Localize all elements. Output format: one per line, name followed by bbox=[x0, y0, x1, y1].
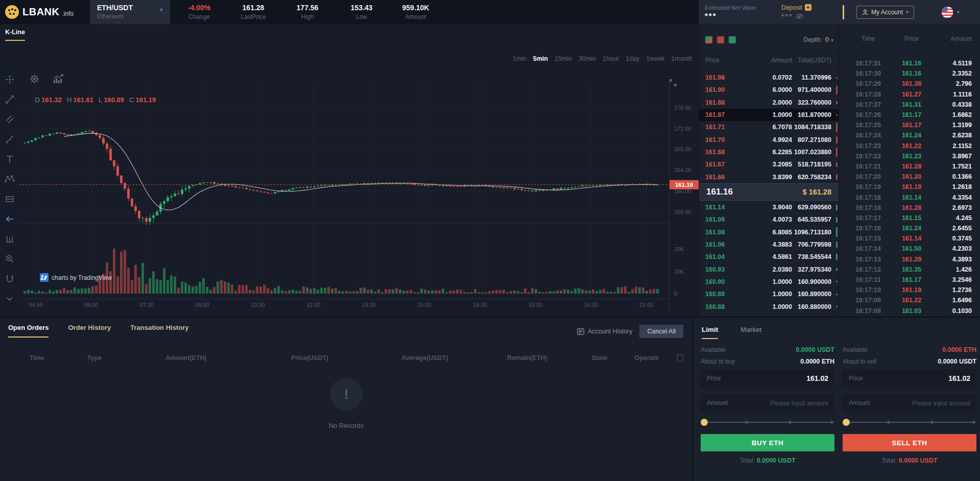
trade-history-list: 16:17:31161.164.511916:17:30161.162.3352… bbox=[846, 58, 972, 316]
orderbook-bid-row[interactable]: 161.086.80851096.713180 bbox=[699, 226, 839, 238]
current-price-row[interactable]: 161.16 $ 161.28 bbox=[699, 183, 839, 201]
brand-suffix: .info bbox=[62, 10, 74, 19]
tab-kline[interactable]: K-Line bbox=[5, 29, 25, 41]
sell-button[interactable]: SELL ETH bbox=[843, 434, 976, 451]
parallel-channel-icon[interactable] bbox=[4, 114, 15, 125]
orderbook-bid-row[interactable]: 160.891.0000160.890000 bbox=[699, 288, 839, 300]
orders-tab-open-orders[interactable]: Open Orders bbox=[8, 324, 49, 338]
orderbook-ask-row[interactable]: 161.871.0000161.870000 bbox=[699, 109, 839, 121]
crosshair-icon[interactable] bbox=[4, 74, 15, 85]
bar-pattern-icon[interactable] bbox=[4, 233, 15, 245]
settings-gear-icon[interactable] bbox=[29, 73, 40, 84]
order-type-tab-limit[interactable]: Limit bbox=[702, 326, 718, 339]
long-position-icon[interactable] bbox=[4, 194, 15, 205]
account-bar: Estimated Net Value: *** Deposit + *** M… bbox=[699, 0, 980, 24]
buy-available-value: 0.0000 USDT bbox=[796, 346, 834, 353]
buy-price-input[interactable] bbox=[728, 374, 828, 382]
chevron-down-icon: ▾ bbox=[957, 9, 960, 15]
interval-15min[interactable]: 15min bbox=[555, 55, 572, 62]
sell-amount-slider[interactable] bbox=[844, 419, 975, 426]
buy-amount-input[interactable] bbox=[728, 399, 828, 407]
slider-handle[interactable] bbox=[843, 419, 850, 426]
interval-1day[interactable]: 1day bbox=[626, 55, 639, 62]
magnet-icon[interactable] bbox=[4, 273, 15, 284]
header: LBANK .info ETH/USDT Ethereum ▼ -4.00%Ch… bbox=[0, 0, 699, 24]
order-type-tab-market[interactable]: Market bbox=[740, 326, 761, 339]
sell-amount-field[interactable]: Amount bbox=[843, 394, 976, 412]
orderbook-ask-row[interactable]: 161.686.22851007.023880 bbox=[699, 146, 839, 158]
orderbook-bid-row[interactable]: 161.044.5861738.545544 bbox=[699, 251, 839, 263]
buy-amount-label: Amount bbox=[707, 399, 728, 406]
sell-amount-input[interactable] bbox=[870, 399, 970, 407]
depth-dropdown[interactable]: Depth:0▾ bbox=[803, 36, 833, 43]
orderbook-bid-row[interactable]: 161.094.0073645.535957 bbox=[699, 213, 839, 226]
my-account-button[interactable]: My Account ▾ bbox=[856, 6, 914, 19]
header-stat: 959.10KAmount bbox=[396, 4, 436, 20]
account-history-link[interactable]: Account History bbox=[577, 328, 633, 335]
depth-view-both-icon[interactable] bbox=[705, 36, 712, 43]
orderbook-bid-row[interactable]: 161.064.3883706.779598 bbox=[699, 238, 839, 251]
orderbook-ask-row[interactable]: 161.716.70781084.718338 bbox=[699, 121, 839, 133]
no-records-text: No Records bbox=[0, 422, 692, 429]
buy-button[interactable]: BUY ETH bbox=[701, 434, 834, 451]
orderbook-bid-row[interactable]: 160.881.0000160.880000 bbox=[699, 300, 839, 312]
language-selector[interactable]: ▾ bbox=[941, 6, 960, 19]
deposit-plus-icon[interactable]: + bbox=[805, 4, 811, 11]
deposit-masked: *** bbox=[781, 12, 793, 20]
kline-chart[interactable]: 176.00172.00168.00164.00160.00156.0020K1… bbox=[19, 43, 699, 317]
slider-handle[interactable] bbox=[701, 419, 708, 426]
buy-amount-slider[interactable] bbox=[702, 419, 833, 426]
interval-30min[interactable]: 30min bbox=[579, 55, 596, 62]
ohlc-legend: O161.32H161.61L160.89C161.19 bbox=[30, 96, 156, 104]
buy-amount-field[interactable]: Amount bbox=[701, 394, 834, 412]
brand[interactable]: LBANK .info bbox=[0, 5, 90, 19]
svg-text:12:00: 12:00 bbox=[306, 302, 321, 308]
interval-1week[interactable]: 1week bbox=[646, 55, 664, 62]
depth-view-asks-icon[interactable] bbox=[717, 36, 724, 43]
cancel-all-button[interactable]: Cancel All bbox=[639, 325, 683, 338]
interval-1hour[interactable]: 1hour bbox=[603, 55, 619, 62]
orderbook-ask-row[interactable]: 161.882.0000323.760000 bbox=[699, 97, 839, 109]
orderbook-bid-row[interactable]: 160.901.0000160.900000 bbox=[699, 276, 839, 288]
trade-row: 16:17:15161.140.3745 bbox=[846, 233, 972, 244]
arrow-left-icon[interactable] bbox=[4, 213, 15, 225]
select-all-checkbox[interactable] bbox=[677, 354, 683, 362]
chart-panel: 1min5min15min30min1hour1day1week1month O… bbox=[0, 43, 699, 317]
orderbook-bid-row[interactable]: 161.143.9040629.090560 bbox=[699, 201, 839, 213]
orderbook-ask-row[interactable]: 161.980.070211.370996 bbox=[699, 71, 839, 84]
xabcd-pattern-icon[interactable] bbox=[4, 174, 15, 185]
orders-tab-order-history[interactable]: Order History bbox=[68, 324, 111, 338]
tradingview-attribution[interactable]: charts by TradingView bbox=[40, 273, 112, 282]
sell-amount-label: Amount bbox=[849, 399, 870, 406]
orderbook-ask-row[interactable]: 161.673.2085518.718195 bbox=[699, 158, 839, 171]
indicators-icon[interactable] bbox=[53, 73, 64, 84]
trading-app: LBANK .info ETH/USDT Ethereum ▼ -4.00%Ch… bbox=[0, 0, 980, 481]
orders-column-1: Time bbox=[9, 354, 65, 362]
buy-total-value: 0.0000 USDT bbox=[757, 457, 796, 464]
eye-off-icon[interactable] bbox=[796, 13, 803, 19]
sell-price-input[interactable] bbox=[870, 374, 970, 382]
orderbook-bid-row[interactable]: 160.932.0380327.975340 bbox=[699, 263, 839, 275]
buy-price-field[interactable]: Price bbox=[701, 370, 834, 387]
sell-price-field[interactable]: Price bbox=[843, 370, 976, 387]
orderbook-ask-row[interactable]: 161.906.0000971.400000 bbox=[699, 84, 839, 96]
interval-1min[interactable]: 1min bbox=[513, 55, 527, 62]
orders-column-6: Remain(ETH) bbox=[478, 354, 576, 362]
brush-icon[interactable] bbox=[4, 134, 15, 145]
pair-selector[interactable]: ETH/USDT Ethereum ▼ bbox=[90, 0, 170, 24]
orderbook-ask-row[interactable]: 161.704.9924807.271080 bbox=[699, 133, 839, 146]
fullscreen-icon[interactable] bbox=[669, 79, 677, 88]
chevron-down-icon[interactable] bbox=[4, 293, 15, 304]
deposit-label[interactable]: Deposit bbox=[781, 4, 802, 11]
view-tabs: K-Line bbox=[0, 24, 699, 43]
trend-line-icon[interactable] bbox=[4, 94, 15, 105]
trade-row: 16:17:31161.164.5119 bbox=[846, 58, 972, 68]
interval-5min[interactable]: 5min bbox=[533, 55, 548, 62]
trade-history-panel: TimePriceAmount 16:17:31161.164.511916:1… bbox=[839, 24, 980, 317]
orders-tab-transation-history[interactable]: Transation History bbox=[130, 324, 188, 338]
depth-view-bids-icon[interactable] bbox=[729, 36, 736, 43]
orderbook-ask-row[interactable]: 161.663.8399620.758234 bbox=[699, 171, 839, 183]
zoom-in-icon[interactable] bbox=[4, 253, 15, 264]
text-tool-icon[interactable] bbox=[4, 154, 15, 165]
interval-1month[interactable]: 1month bbox=[671, 55, 692, 62]
